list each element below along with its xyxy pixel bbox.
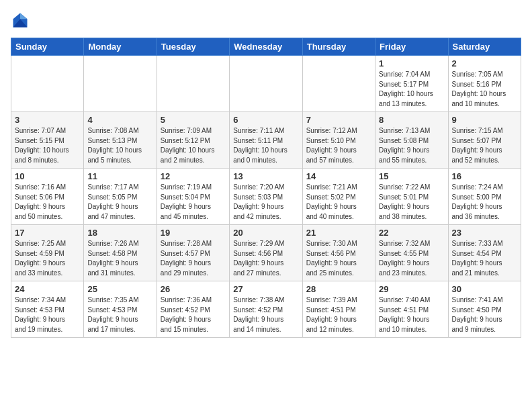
day-number: 16	[452, 171, 517, 181]
day-info: Sunrise: 7:24 AM Sunset: 5:00 PM Dayligh…	[452, 183, 517, 222]
day-number: 18	[87, 228, 152, 238]
calendar-table: SundayMondayTuesdayWednesdayThursdayFrid…	[11, 38, 521, 338]
calendar-cell: 21Sunrise: 7:30 AM Sunset: 4:56 PM Dayli…	[302, 225, 375, 281]
calendar-cell	[230, 56, 302, 112]
calendar-cell: 11Sunrise: 7:17 AM Sunset: 5:05 PM Dayli…	[84, 169, 157, 225]
calendar-cell: 15Sunrise: 7:22 AM Sunset: 5:01 PM Dayli…	[375, 169, 448, 225]
day-info: Sunrise: 7:40 AM Sunset: 4:51 PM Dayligh…	[379, 295, 444, 334]
day-info: Sunrise: 7:39 AM Sunset: 4:51 PM Dayligh…	[306, 295, 371, 334]
day-of-week-header: Tuesday	[157, 38, 229, 56]
day-number: 2	[452, 58, 517, 68]
day-of-week-header: Thursday	[302, 38, 375, 56]
calendar-cell: 25Sunrise: 7:35 AM Sunset: 4:53 PM Dayli…	[84, 281, 157, 338]
day-info: Sunrise: 7:22 AM Sunset: 5:01 PM Dayligh…	[379, 183, 444, 222]
day-info: Sunrise: 7:08 AM Sunset: 5:13 PM Dayligh…	[87, 126, 152, 165]
calendar-cell: 8Sunrise: 7:13 AM Sunset: 5:08 PM Daylig…	[375, 112, 448, 169]
day-of-week-header: Friday	[375, 38, 448, 56]
day-number: 23	[452, 228, 517, 238]
day-info: Sunrise: 7:17 AM Sunset: 5:05 PM Dayligh…	[87, 183, 152, 222]
calendar-cell: 12Sunrise: 7:19 AM Sunset: 5:04 PM Dayli…	[157, 169, 229, 225]
day-number: 17	[15, 228, 80, 238]
day-info: Sunrise: 7:29 AM Sunset: 4:56 PM Dayligh…	[233, 239, 298, 278]
day-info: Sunrise: 7:33 AM Sunset: 4:54 PM Dayligh…	[452, 239, 517, 278]
day-number: 12	[161, 171, 226, 181]
day-number: 21	[306, 228, 371, 238]
calendar-cell	[157, 56, 229, 112]
day-number: 25	[87, 284, 152, 294]
calendar-cell: 29Sunrise: 7:40 AM Sunset: 4:51 PM Dayli…	[375, 281, 448, 338]
calendar-cell: 2Sunrise: 7:05 AM Sunset: 5:16 PM Daylig…	[448, 56, 521, 112]
day-info: Sunrise: 7:36 AM Sunset: 4:52 PM Dayligh…	[161, 295, 226, 334]
day-number: 6	[233, 115, 298, 125]
day-number: 29	[379, 284, 444, 294]
day-info: Sunrise: 7:26 AM Sunset: 4:58 PM Dayligh…	[87, 239, 152, 278]
calendar-cell: 1Sunrise: 7:04 AM Sunset: 5:17 PM Daylig…	[375, 56, 448, 112]
calendar-cell: 14Sunrise: 7:21 AM Sunset: 5:02 PM Dayli…	[302, 169, 375, 225]
day-number: 5	[161, 115, 226, 125]
day-info: Sunrise: 7:20 AM Sunset: 5:03 PM Dayligh…	[233, 183, 298, 222]
svg-marker-1	[20, 13, 28, 19]
day-of-week-header: Wednesday	[230, 38, 302, 56]
calendar-cell	[302, 56, 375, 112]
calendar-cell: 17Sunrise: 7:25 AM Sunset: 4:59 PM Dayli…	[11, 225, 84, 281]
logo	[11, 11, 32, 30]
day-number: 7	[306, 115, 371, 125]
day-number: 9	[452, 115, 517, 125]
calendar-cell: 27Sunrise: 7:38 AM Sunset: 4:52 PM Dayli…	[230, 281, 302, 338]
page-header	[11, 11, 521, 30]
calendar-cell	[84, 56, 157, 112]
calendar-cell: 28Sunrise: 7:39 AM Sunset: 4:51 PM Dayli…	[302, 281, 375, 338]
day-number: 1	[379, 58, 444, 68]
day-number: 10	[15, 171, 80, 181]
day-number: 14	[306, 171, 371, 181]
day-info: Sunrise: 7:05 AM Sunset: 5:16 PM Dayligh…	[452, 70, 517, 109]
day-number: 28	[306, 284, 371, 294]
calendar-cell: 4Sunrise: 7:08 AM Sunset: 5:13 PM Daylig…	[84, 112, 157, 169]
day-of-week-header: Saturday	[448, 38, 521, 56]
day-info: Sunrise: 7:07 AM Sunset: 5:15 PM Dayligh…	[15, 126, 80, 165]
day-number: 27	[233, 284, 298, 294]
calendar-cell: 19Sunrise: 7:28 AM Sunset: 4:57 PM Dayli…	[157, 225, 229, 281]
day-info: Sunrise: 7:04 AM Sunset: 5:17 PM Dayligh…	[379, 70, 444, 109]
day-of-week-header: Sunday	[11, 38, 84, 56]
calendar-cell: 6Sunrise: 7:11 AM Sunset: 5:11 PM Daylig…	[230, 112, 302, 169]
calendar-cell: 5Sunrise: 7:09 AM Sunset: 5:12 PM Daylig…	[157, 112, 229, 169]
calendar-cell: 23Sunrise: 7:33 AM Sunset: 4:54 PM Dayli…	[448, 225, 521, 281]
day-info: Sunrise: 7:32 AM Sunset: 4:55 PM Dayligh…	[379, 239, 444, 278]
calendar-cell: 26Sunrise: 7:36 AM Sunset: 4:52 PM Dayli…	[157, 281, 229, 338]
day-number: 26	[161, 284, 226, 294]
day-number: 19	[161, 228, 226, 238]
day-number: 4	[87, 115, 152, 125]
day-info: Sunrise: 7:15 AM Sunset: 5:07 PM Dayligh…	[452, 126, 517, 165]
calendar-cell: 7Sunrise: 7:12 AM Sunset: 5:10 PM Daylig…	[302, 112, 375, 169]
day-number: 30	[452, 284, 517, 294]
day-info: Sunrise: 7:16 AM Sunset: 5:06 PM Dayligh…	[15, 183, 80, 222]
day-info: Sunrise: 7:25 AM Sunset: 4:59 PM Dayligh…	[15, 239, 80, 278]
day-info: Sunrise: 7:35 AM Sunset: 4:53 PM Dayligh…	[87, 295, 152, 334]
day-number: 8	[379, 115, 444, 125]
day-number: 3	[15, 115, 80, 125]
day-info: Sunrise: 7:13 AM Sunset: 5:08 PM Dayligh…	[379, 126, 444, 165]
calendar-cell: 24Sunrise: 7:34 AM Sunset: 4:53 PM Dayli…	[11, 281, 84, 338]
day-number: 22	[379, 228, 444, 238]
calendar-cell	[11, 56, 84, 112]
logo-icon	[11, 11, 30, 30]
day-number: 11	[87, 171, 152, 181]
day-info: Sunrise: 7:28 AM Sunset: 4:57 PM Dayligh…	[161, 239, 226, 278]
day-info: Sunrise: 7:12 AM Sunset: 5:10 PM Dayligh…	[306, 126, 371, 165]
calendar-cell: 18Sunrise: 7:26 AM Sunset: 4:58 PM Dayli…	[84, 225, 157, 281]
day-info: Sunrise: 7:38 AM Sunset: 4:52 PM Dayligh…	[233, 295, 298, 334]
day-of-week-header: Monday	[84, 38, 157, 56]
calendar-cell: 3Sunrise: 7:07 AM Sunset: 5:15 PM Daylig…	[11, 112, 84, 169]
day-info: Sunrise: 7:11 AM Sunset: 5:11 PM Dayligh…	[233, 126, 298, 165]
calendar-cell: 16Sunrise: 7:24 AM Sunset: 5:00 PM Dayli…	[448, 169, 521, 225]
day-info: Sunrise: 7:30 AM Sunset: 4:56 PM Dayligh…	[306, 239, 371, 278]
day-number: 13	[233, 171, 298, 181]
calendar-cell: 22Sunrise: 7:32 AM Sunset: 4:55 PM Dayli…	[375, 225, 448, 281]
day-info: Sunrise: 7:34 AM Sunset: 4:53 PM Dayligh…	[15, 295, 80, 334]
day-info: Sunrise: 7:41 AM Sunset: 4:50 PM Dayligh…	[452, 295, 517, 334]
day-info: Sunrise: 7:19 AM Sunset: 5:04 PM Dayligh…	[161, 183, 226, 222]
calendar-cell: 13Sunrise: 7:20 AM Sunset: 5:03 PM Dayli…	[230, 169, 302, 225]
day-number: 20	[233, 228, 298, 238]
day-number: 24	[15, 284, 80, 294]
